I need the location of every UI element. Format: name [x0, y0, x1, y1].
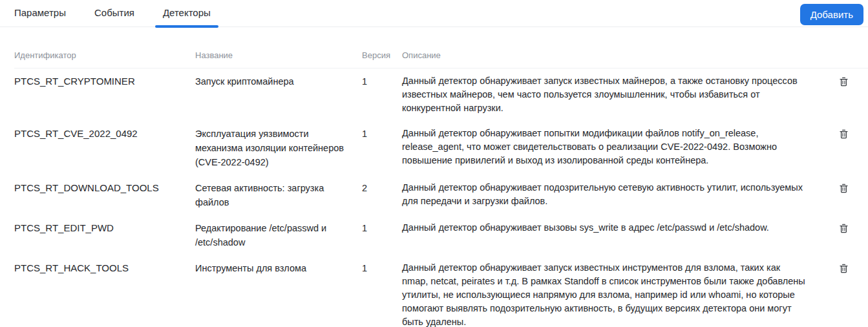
detector-version: 1 — [362, 221, 402, 235]
detector-name: Редактирование /etc/passwd и /etc/shadow — [195, 221, 362, 249]
detector-name: Сетевая активность: загрузка файлов — [195, 181, 362, 209]
table-row: PTCS_RT_HACK_TOOLS Инструменты для взлом… — [14, 255, 868, 327]
trash-icon — [840, 77, 848, 87]
column-header-name: Название — [195, 50, 362, 61]
trash-icon — [840, 184, 848, 193]
column-header-description: Описание — [402, 50, 821, 61]
detector-name: Эксплуатация уязвимости механизма изоляц… — [195, 127, 362, 169]
detector-identifier: PTCS_RT_HACK_TOOLS — [14, 261, 195, 275]
tab-parameters[interactable]: Параметры — [6, 1, 74, 26]
detector-description: Данный детектор обнаруживает запуск изве… — [402, 261, 821, 327]
detector-identifier: PTCS_RT_CVE_2022_0492 — [14, 127, 195, 141]
table-row: PTCS_RT_EDIT_PWD Редактирование /etc/pas… — [14, 215, 868, 255]
detector-version: 1 — [362, 127, 402, 141]
table-body: PTCS_RT_CRYPTOMINER Запуск криптомайнера… — [14, 69, 868, 327]
detector-description: Данный детектор обнаруживает подозритель… — [402, 181, 821, 208]
detector-description: Данный детектор обнаруживает вызовы sys_… — [402, 221, 821, 235]
detector-name: Запуск криптомайнера — [195, 74, 362, 89]
detector-version: 1 — [362, 74, 402, 89]
delete-detector-button[interactable] — [838, 182, 849, 195]
detectors-page: Параметры События Детекторы Добавить Иде… — [0, 0, 868, 327]
detector-identifier: PTCS_RT_CRYPTOMINER — [14, 74, 195, 89]
detector-version: 1 — [362, 261, 402, 275]
table-row: PTCS_RT_DOWNLOAD_TOOLS Сетевая активност… — [14, 175, 868, 215]
detector-version: 2 — [362, 181, 402, 195]
detector-description: Данный детектор обнаруживает запуск изве… — [402, 74, 821, 115]
table-row: PTCS_RT_CVE_2022_0492 Эксплуатация уязви… — [14, 121, 868, 175]
table-header-row: Идентификатор Название Версия Описание — [14, 50, 868, 69]
detector-identifier: PTCS_RT_EDIT_PWD — [14, 221, 195, 235]
tab-detectors[interactable]: Детекторы — [155, 1, 218, 26]
column-header-identifier: Идентификатор — [14, 50, 195, 61]
detector-name: Инструменты для взлома — [195, 261, 362, 275]
trash-icon — [840, 224, 848, 233]
trash-icon — [840, 264, 848, 273]
detector-identifier: PTCS_RT_DOWNLOAD_TOOLS — [14, 181, 195, 195]
delete-detector-button[interactable] — [838, 128, 849, 140]
detectors-table: Идентификатор Название Версия Описание P… — [0, 50, 868, 327]
trash-icon — [840, 129, 848, 139]
column-header-version: Версия — [362, 50, 402, 61]
tab-events[interactable]: События — [87, 1, 142, 26]
delete-detector-button[interactable] — [838, 222, 849, 235]
tab-bar: Параметры События Детекторы — [0, 0, 868, 27]
delete-detector-button[interactable] — [838, 262, 849, 275]
table-row: PTCS_RT_CRYPTOMINER Запуск криптомайнера… — [14, 69, 868, 121]
delete-detector-button[interactable] — [838, 76, 849, 88]
add-detector-button[interactable]: Добавить — [800, 4, 863, 25]
detector-description: Данный детектор обнаруживает попытки мод… — [402, 127, 821, 167]
